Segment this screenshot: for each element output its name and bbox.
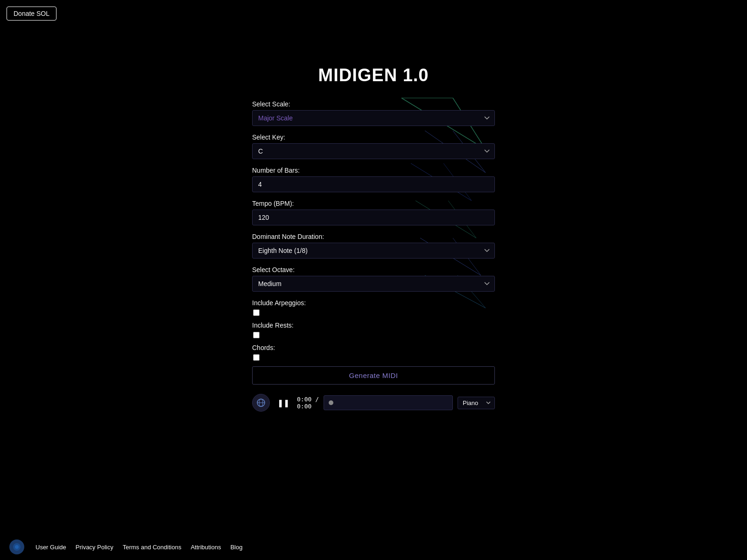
footer-links: User Guide Privacy Policy Terms and Cond… xyxy=(35,544,242,551)
select-scale-group: Select Scale: Major Scale Minor Scale Pe… xyxy=(252,100,495,126)
select-octave-label: Select Octave: xyxy=(252,266,495,273)
select-key-dropdown[interactable]: C C# D D# E F F# G G# A A# B xyxy=(252,143,495,159)
user-guide-link[interactable]: User Guide xyxy=(35,544,66,551)
pause-button[interactable]: ❚❚ xyxy=(275,397,292,409)
select-scale-label: Select Scale: xyxy=(252,100,495,108)
generate-midi-button[interactable]: Generate MIDI xyxy=(252,366,495,385)
footer-logo xyxy=(9,539,24,554)
num-bars-label: Number of Bars: xyxy=(252,167,495,174)
arpeggios-group: Include Arpeggios: xyxy=(252,299,495,316)
player-icon-button[interactable] xyxy=(252,394,270,412)
tempo-input[interactable] xyxy=(252,210,495,225)
form-section: Select Scale: Major Scale Minor Scale Pe… xyxy=(252,100,495,412)
tempo-label: Tempo (BPM): xyxy=(252,200,495,207)
select-key-group: Select Key: C C# D D# E F F# G G# A A# B xyxy=(252,133,495,159)
logo-icon xyxy=(12,542,21,552)
app-title: MIDIGEN 1.0 xyxy=(252,65,495,85)
note-duration-group: Dominant Note Duration: Eighth Note (1/8… xyxy=(252,233,495,259)
note-duration-label: Dominant Note Duration: xyxy=(252,233,495,240)
rests-label: Include Rests: xyxy=(252,322,495,329)
chords-group: Chords: xyxy=(252,344,495,361)
arpeggios-label: Include Arpeggios: xyxy=(252,299,495,307)
num-bars-group: Number of Bars: xyxy=(252,167,495,192)
terms-link[interactable]: Terms and Conditions xyxy=(123,544,182,551)
chords-label: Chords: xyxy=(252,344,495,351)
globe-icon xyxy=(256,398,266,407)
main-container: MIDIGEN 1.0 Select Scale: Major Scale Mi… xyxy=(252,65,495,412)
svg-point-17 xyxy=(15,545,19,549)
rests-checkbox[interactable] xyxy=(253,332,260,338)
arpeggios-checkbox[interactable] xyxy=(253,309,260,316)
chords-checkbox[interactable] xyxy=(253,354,260,361)
select-scale-dropdown[interactable]: Major Scale Minor Scale Pentatonic Scale… xyxy=(252,110,495,126)
rests-group: Include Rests: xyxy=(252,322,495,338)
attributions-link[interactable]: Attributions xyxy=(190,544,221,551)
donate-button[interactable]: Donate SOL xyxy=(7,7,56,21)
footer: User Guide Privacy Policy Terms and Cond… xyxy=(0,534,747,560)
num-bars-input[interactable] xyxy=(252,176,495,192)
player-time: 0:00 /0:00 xyxy=(297,396,319,410)
blog-link[interactable]: Blog xyxy=(230,544,242,551)
player-bar: ❚❚ 0:00 /0:00 Piano Guitar Violin Flute … xyxy=(252,394,495,412)
select-octave-group: Select Octave: Low Medium High xyxy=(252,266,495,292)
player-progress-bar[interactable] xyxy=(324,395,453,410)
instrument-select[interactable]: Piano Guitar Violin Flute Synth xyxy=(458,397,495,409)
select-key-label: Select Key: xyxy=(252,133,495,141)
select-octave-dropdown[interactable]: Low Medium High xyxy=(252,276,495,292)
privacy-policy-link[interactable]: Privacy Policy xyxy=(76,544,113,551)
note-duration-dropdown[interactable]: Eighth Note (1/8) Quarter Note (1/4) Hal… xyxy=(252,243,495,259)
player-progress-dot xyxy=(329,400,333,405)
tempo-group: Tempo (BPM): xyxy=(252,200,495,225)
